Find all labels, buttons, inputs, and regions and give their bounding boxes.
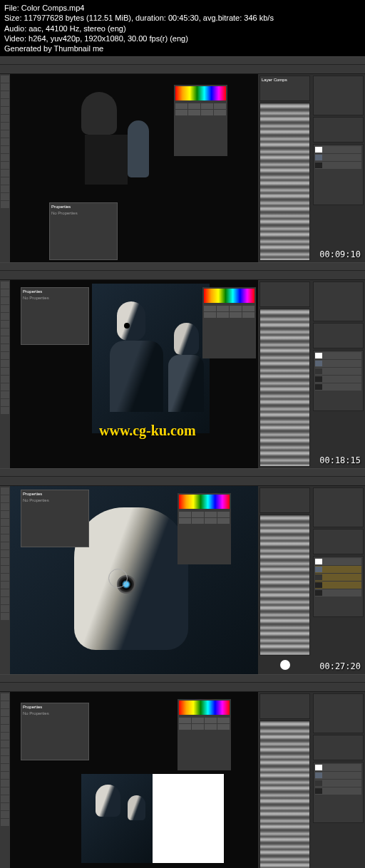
crop-tool-icon[interactable] (1, 519, 9, 526)
brush-tool-icon[interactable] (1, 534, 9, 542)
layer-row[interactable] (315, 154, 361, 161)
dodge-tool-icon[interactable] (1, 154, 9, 161)
layer-row[interactable] (315, 558, 361, 565)
pen-tool-icon[interactable] (1, 780, 9, 787)
layer-row[interactable] (315, 582, 361, 589)
layers-panel[interactable] (313, 762, 364, 823)
layer-comps-panel[interactable] (259, 487, 310, 513)
tools-panel[interactable] (0, 74, 10, 262)
layers-panel[interactable] (313, 556, 364, 617)
swatch-button[interactable] (205, 718, 217, 723)
options-bar[interactable] (0, 65, 365, 74)
shape-tool-icon[interactable] (1, 597, 9, 604)
zoom-tool-icon[interactable] (1, 819, 9, 826)
menubar[interactable] (0, 263, 365, 271)
swatch-button[interactable] (192, 724, 204, 730)
swatch-button[interactable] (188, 110, 200, 115)
swatch-button[interactable] (201, 103, 213, 109)
stamp-tool-icon[interactable] (1, 748, 9, 755)
tools-panel[interactable] (0, 692, 10, 868)
text-tool-icon[interactable] (1, 170, 9, 177)
layer-row[interactable] (315, 368, 361, 375)
path-tool-icon[interactable] (1, 177, 9, 185)
swatch-button[interactable] (230, 312, 242, 318)
options-bar[interactable] (0, 683, 365, 692)
swatch-button[interactable] (214, 103, 226, 109)
layer-comps-panel[interactable] (259, 693, 310, 719)
swatch-button[interactable] (204, 306, 216, 311)
swatch-button[interactable] (179, 512, 191, 517)
pen-tool-icon[interactable] (1, 574, 9, 581)
dodge-tool-icon[interactable] (1, 566, 9, 573)
adjustments-panel[interactable] (313, 735, 364, 760)
swatch-button[interactable] (188, 103, 200, 109)
layers-panel[interactable] (313, 350, 364, 411)
eraser-tool-icon[interactable] (1, 138, 9, 145)
move-tool-icon[interactable] (1, 487, 9, 495)
stamp-tool-icon[interactable] (1, 336, 9, 343)
swatch-button[interactable] (205, 724, 217, 730)
lasso-tool-icon[interactable] (1, 297, 9, 304)
canvas[interactable]: Properties No Properties (10, 486, 258, 674)
zoom-tool-icon[interactable] (1, 613, 9, 620)
swatch-button[interactable] (242, 306, 255, 311)
layer-row[interactable] (315, 146, 361, 153)
swatch-button[interactable] (217, 518, 230, 524)
gradient-tool-icon[interactable] (1, 558, 9, 565)
eyedropper-tool-icon[interactable] (1, 321, 9, 328)
mini-panel[interactable] (313, 487, 364, 527)
hand-tool-icon[interactable] (1, 399, 9, 406)
swatch-button[interactable] (204, 312, 216, 318)
swatch-button[interactable] (179, 518, 191, 524)
move-tool-icon[interactable] (1, 76, 9, 83)
eyedropper-tool-icon[interactable] (1, 733, 9, 740)
gradient-tool-icon[interactable] (1, 764, 9, 771)
layer-row[interactable] (315, 589, 361, 596)
shape-tool-icon[interactable] (1, 185, 9, 192)
wand-tool-icon[interactable] (1, 511, 9, 518)
lasso-tool-icon[interactable] (1, 503, 9, 510)
swatch-button[interactable] (217, 718, 230, 723)
layer-row[interactable] (315, 772, 361, 779)
crop-tool-icon[interactable] (1, 725, 9, 732)
stamp-tool-icon[interactable] (1, 542, 9, 549)
eraser-tool-icon[interactable] (1, 344, 9, 351)
swatch-button[interactable] (230, 306, 242, 311)
crop-tool-icon[interactable] (1, 313, 9, 320)
tools-panel[interactable] (0, 280, 10, 468)
layer-row[interactable] (315, 787, 361, 795)
options-bar[interactable] (0, 271, 365, 280)
color-spectrum[interactable] (179, 495, 230, 509)
brush-tool-icon[interactable] (1, 329, 9, 336)
lasso-tool-icon[interactable] (1, 91, 9, 98)
move-tool-icon[interactable] (1, 693, 9, 701)
swatch-button[interactable] (214, 110, 226, 115)
text-tool-icon[interactable] (1, 582, 9, 589)
menubar[interactable] (0, 469, 365, 477)
stamp-tool-icon[interactable] (1, 130, 9, 138)
shape-tool-icon[interactable] (1, 391, 9, 398)
crop-tool-icon[interactable] (1, 107, 9, 114)
hand-tool-icon[interactable] (1, 605, 9, 612)
zoom-tool-icon[interactable] (1, 407, 9, 414)
eyedropper-tool-icon[interactable] (1, 115, 9, 122)
swatch-button[interactable] (242, 312, 255, 318)
properties-panel[interactable]: Properties No Properties (49, 202, 118, 260)
dodge-tool-icon[interactable] (1, 360, 9, 367)
layer-row[interactable] (315, 352, 361, 359)
mini-panel[interactable] (313, 76, 364, 115)
color-spectrum[interactable] (175, 86, 226, 100)
menubar[interactable] (0, 57, 365, 65)
brushes-panel[interactable] (259, 515, 310, 656)
layer-row[interactable] (315, 383, 361, 391)
swatch-button[interactable] (192, 718, 204, 723)
layer-row[interactable] (315, 162, 361, 169)
gradient-tool-icon[interactable] (1, 146, 9, 153)
lasso-tool-icon[interactable] (1, 709, 9, 716)
brush-tool-icon[interactable] (1, 740, 9, 748)
layer-comps-panel[interactable] (259, 281, 310, 307)
wand-tool-icon[interactable] (1, 305, 9, 312)
swatch-button[interactable] (175, 103, 187, 109)
layer-row[interactable] (315, 566, 361, 573)
color-spectrum[interactable] (179, 701, 230, 715)
